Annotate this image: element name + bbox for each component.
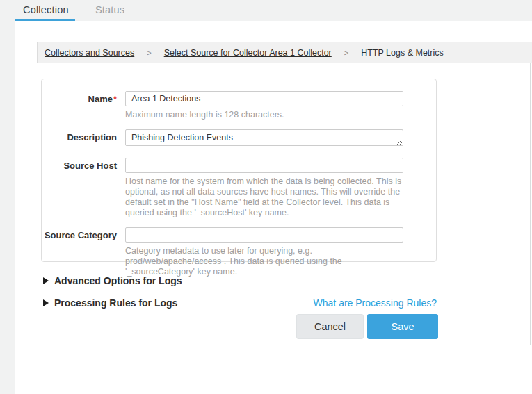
active-tab-underline (15, 19, 75, 21)
required-asterisk: * (113, 94, 117, 104)
breadcrumb-collectors-and-sources[interactable]: Collectors and Sources (45, 48, 134, 58)
source-host-row: Source Host Host name for the system fro… (42, 158, 436, 218)
source-host-hint: Host name for the system from which the … (125, 177, 402, 218)
name-label: Name* (42, 91, 125, 120)
source-category-input[interactable] (125, 227, 403, 243)
section-advanced-options-label: Advanced Options for Logs (54, 275, 182, 286)
source-category-label: Source Category (42, 227, 125, 277)
tab-status[interactable]: Status (95, 4, 124, 15)
processing-rules-help-link[interactable]: What are Processing Rules? (314, 297, 437, 309)
scrollbar[interactable] (530, 63, 531, 345)
description-label: Description (42, 129, 125, 149)
name-input[interactable] (125, 91, 403, 106)
section-processing-rules-label: Processing Rules for Logs (54, 297, 177, 309)
name-label-text: Name (88, 94, 113, 104)
description-row: Description Phishing Detection Events (42, 129, 436, 149)
source-host-label: Source Host (42, 158, 125, 218)
tab-bar: Collection Status (0, 0, 532, 21)
source-host-input[interactable] (125, 158, 403, 173)
description-input[interactable]: Phishing Detection Events (125, 129, 403, 146)
expand-triangle-icon (43, 299, 49, 306)
breadcrumb-current-page: HTTP Logs & Metrics (361, 48, 444, 58)
source-category-hint: Category metadata to use later for query… (125, 246, 402, 277)
source-config-form: Name* Maximum name length is 128 charact… (41, 79, 437, 262)
breadcrumb-separator: > (344, 49, 348, 57)
tab-collection[interactable]: Collection (23, 4, 69, 15)
section-advanced-options-toggle[interactable]: Advanced Options for Logs (43, 275, 182, 286)
save-button[interactable]: Save (367, 314, 438, 339)
breadcrumb-separator: > (147, 49, 151, 57)
section-processing-rules-toggle[interactable]: Processing Rules for Logs (43, 297, 177, 309)
breadcrumb: Collectors and Sources > Select Source f… (37, 42, 532, 63)
breadcrumb-select-source[interactable]: Select Source for Collector Area 1 Colle… (164, 48, 332, 58)
name-hint: Maximum name length is 128 characters. (125, 110, 402, 120)
expand-triangle-icon (43, 277, 49, 284)
source-category-row: Source Category Category metadata to use… (42, 227, 436, 277)
name-row: Name* Maximum name length is 128 charact… (42, 91, 436, 120)
cancel-button[interactable]: Cancel (296, 314, 364, 339)
